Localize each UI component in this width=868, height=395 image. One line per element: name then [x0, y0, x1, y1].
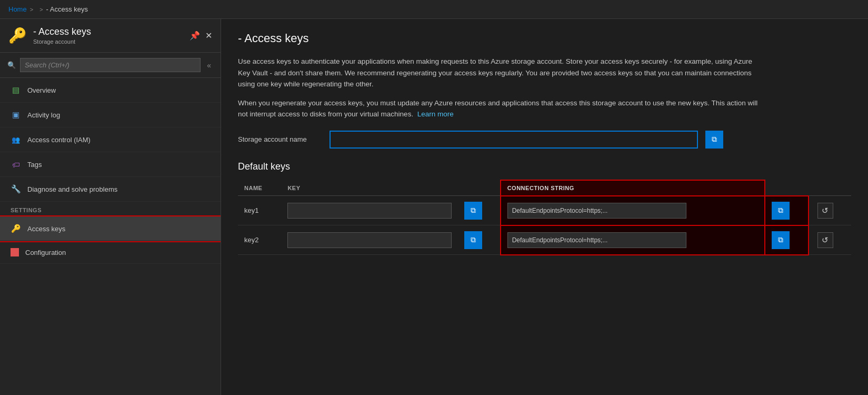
sidebar-item-label-tags: Tags	[27, 161, 42, 169]
storage-account-input[interactable]	[330, 131, 698, 149]
default-keys-title: Default keys	[238, 161, 851, 172]
sidebar-search-area: 🔍 «	[0, 53, 221, 78]
sidebar-title-area: - Access keys Storage account	[33, 26, 91, 45]
access-control-icon: 👥	[11, 134, 21, 145]
sidebar-item-access-control[interactable]: 👥 Access control (IAM)	[0, 127, 221, 152]
storage-account-row: Storage account name ⧉	[238, 131, 851, 149]
content-area: - Access keys Use access keys to authent…	[221, 19, 868, 395]
tags-icon: 🏷	[11, 159, 21, 170]
col-header-name: NAME	[238, 180, 281, 196]
copy-storage-account-icon: ⧉	[712, 135, 717, 144]
copy-key2-conn-icon: ⧉	[778, 235, 783, 244]
info-paragraph-2: When you regenerate your access keys, yo…	[238, 97, 764, 120]
col-header-connection-string: CONNECTION STRING	[501, 180, 765, 196]
sidebar-item-configuration[interactable]: Configuration	[0, 241, 221, 264]
sidebar-item-label-diagnose: Diagnose and solve problems	[27, 185, 117, 193]
search-input[interactable]	[20, 58, 201, 72]
sidebar-item-overview[interactable]: ▤ Overview	[0, 78, 221, 103]
refresh-key2-button[interactable]: ↺	[817, 232, 833, 248]
sidebar-item-access-keys[interactable]: 🔑 Access keys	[0, 216, 221, 241]
diagnose-icon: 🔧	[11, 184, 21, 194]
refresh-key2-icon: ↺	[822, 235, 829, 245]
copy-key2-button[interactable]: ⧉	[464, 231, 482, 249]
sidebar-item-label-activity-log: Activity log	[27, 111, 60, 119]
key1-conn-string-input[interactable]	[507, 203, 686, 219]
page-title: - Access keys	[238, 32, 851, 45]
sidebar-resource-title: - Access keys	[33, 26, 91, 37]
key1-input[interactable]	[287, 203, 451, 219]
breadcrumb-current: - Access keys	[46, 5, 88, 13]
copy-key1-conn-button[interactable]: ⧉	[772, 202, 790, 220]
settings-section-label: SETTINGS	[0, 202, 221, 216]
copy-key2-conn-button[interactable]: ⧉	[772, 231, 790, 249]
pin-icon[interactable]: 📌	[189, 31, 200, 41]
sidebar-nav: ▤ Overview ▣ Activity log 👥 Access contr…	[0, 78, 221, 395]
learn-more-link[interactable]: Learn more	[417, 110, 454, 118]
copy-key2-icon: ⧉	[471, 235, 476, 244]
close-icon[interactable]: ✕	[205, 31, 212, 41]
breadcrumb-home[interactable]: Home	[8, 5, 27, 13]
activity-log-icon: ▣	[11, 110, 21, 120]
sidebar: 🔑 - Access keys Storage account 📌 ✕ 🔍 « …	[0, 19, 221, 395]
breadcrumb-sep2: >	[39, 6, 43, 13]
table-row: key2 ⧉	[238, 225, 851, 255]
key1-name: key1	[238, 196, 281, 225]
sidebar-item-label-overview: Overview	[27, 86, 56, 94]
configuration-icon	[11, 248, 19, 256]
refresh-key1-button[interactable]: ↺	[817, 203, 833, 219]
key1-field-wrap	[287, 203, 451, 219]
key2-field-wrap	[287, 232, 451, 248]
copy-key1-icon: ⧉	[471, 206, 476, 215]
sidebar-header-actions: 📌 ✕	[189, 31, 212, 41]
info-paragraph-1: Use access keys to authenticate your app…	[238, 56, 764, 90]
sidebar-item-tags[interactable]: 🏷 Tags	[0, 152, 221, 177]
sidebar-item-diagnose[interactable]: 🔧 Diagnose and solve problems	[0, 177, 221, 202]
access-keys-icon: 🔑	[11, 223, 21, 234]
copy-key1-button[interactable]: ⧉	[464, 202, 482, 220]
sidebar-resource-subtitle: Storage account	[33, 38, 91, 45]
copy-key1-conn-icon: ⧉	[778, 206, 783, 215]
storage-account-label: Storage account name	[238, 135, 322, 143]
refresh-key1-icon: ↺	[822, 206, 829, 215]
breadcrumb-sep1: >	[30, 6, 33, 13]
key2-name: key2	[238, 225, 281, 255]
table-row: key1 ⧉	[238, 196, 851, 225]
key2-conn-string-wrap	[507, 232, 759, 248]
key2-conn-string-input[interactable]	[507, 232, 686, 248]
col-header-key: KEY	[281, 180, 457, 196]
sidebar-header: 🔑 - Access keys Storage account 📌 ✕	[0, 19, 221, 53]
sidebar-item-label-access-keys: Access keys	[27, 225, 65, 233]
key-icon: 🔑	[8, 27, 27, 44]
key2-input[interactable]	[287, 232, 451, 248]
breadcrumb: Home > > - Access keys	[0, 0, 868, 19]
keys-table: NAME KEY CONNECTION STRING key1	[238, 180, 851, 255]
key1-conn-string-wrap	[507, 203, 759, 219]
copy-storage-account-button[interactable]: ⧉	[705, 131, 723, 149]
collapse-button[interactable]: «	[205, 60, 213, 71]
sidebar-item-label-access-control: Access control (IAM)	[27, 136, 91, 144]
sidebar-item-activity-log[interactable]: ▣ Activity log	[0, 103, 221, 127]
search-icon: 🔍	[7, 61, 16, 69]
overview-icon: ▤	[11, 85, 21, 95]
sidebar-item-label-configuration: Configuration	[25, 249, 66, 256]
